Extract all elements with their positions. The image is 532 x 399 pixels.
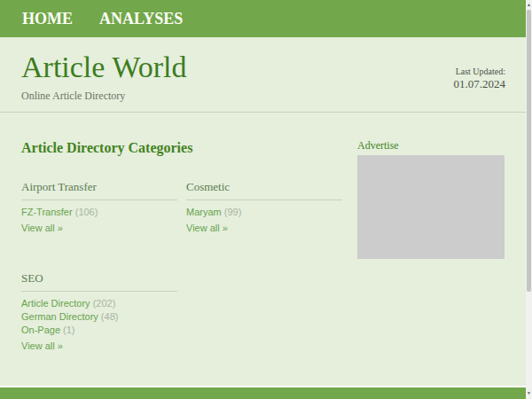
last-updated-value: 01.07.2024 (454, 77, 506, 91)
category-link-count: (1) (63, 325, 74, 335)
category-link-count: (106) (75, 207, 98, 217)
category-link[interactable]: German Directory (21, 311, 98, 322)
nav-item-home[interactable]: HOME (22, 10, 73, 28)
footer-bar (0, 386, 526, 399)
category-airport-transfer: Airport Transfer FZ-Transfer (106) View … (21, 180, 177, 235)
top-nav: HOME ANALYSES (0, 0, 526, 37)
category-link[interactable]: FZ-Transfer (21, 207, 73, 217)
scroll-up-icon[interactable]: ▲ (526, 0, 532, 9)
categories-column: Article Directory Categories Airport Tra… (21, 139, 357, 386)
list-item: German Directory (48) (21, 310, 177, 324)
main-content: Article Directory Categories Airport Tra… (0, 113, 526, 386)
page-title: Article World (21, 51, 505, 83)
list-item: Maryam (99) (186, 206, 342, 219)
categories-grid: Airport Transfer FZ-Transfer (106) View … (21, 180, 357, 353)
category-link-count: (202) (93, 298, 116, 309)
list-item: Article Directory (202) (21, 297, 177, 310)
nav-item-analyses[interactable]: ANALYSES (99, 10, 183, 28)
view-all-link[interactable]: View all » (186, 222, 228, 235)
category-link-count: (48) (101, 311, 119, 322)
advertise-sidebar: Advertise (357, 139, 505, 386)
scrollbar-thumb[interactable] (527, 10, 531, 292)
view-all-link[interactable]: View all » (21, 222, 63, 235)
category-title: Airport Transfer (21, 180, 177, 200)
ad-placeholder[interactable] (357, 155, 505, 259)
scrollbar[interactable]: ▲ ▼ (526, 0, 532, 399)
category-seo: SEO Article Directory (202) German Direc… (21, 271, 177, 353)
categories-heading: Article Directory Categories (21, 139, 357, 157)
advertise-label: Advertise (357, 139, 505, 152)
site-subtitle: Online Article Directory (21, 90, 505, 103)
list-item: FZ-Transfer (106) (21, 206, 177, 219)
last-updated-label: Last Updated: (454, 66, 506, 76)
category-link[interactable]: Article Directory (21, 298, 90, 309)
view-all-link[interactable]: View all » (21, 340, 63, 353)
category-title: SEO (21, 271, 177, 292)
category-title: Cosmetic (186, 180, 342, 200)
category-cosmetic: Cosmetic Maryam (99) View all » (186, 180, 342, 235)
last-updated: Last Updated: 01.07.2024 (454, 66, 506, 91)
category-link[interactable]: Maryam (186, 207, 222, 217)
category-link-count: (99) (224, 207, 242, 217)
category-link[interactable]: On-Page (21, 325, 60, 335)
scroll-down-icon[interactable]: ▼ (526, 388, 532, 397)
list-item: On-Page (1) (21, 324, 177, 337)
site-header: Article World Online Article Directory L… (0, 37, 526, 113)
